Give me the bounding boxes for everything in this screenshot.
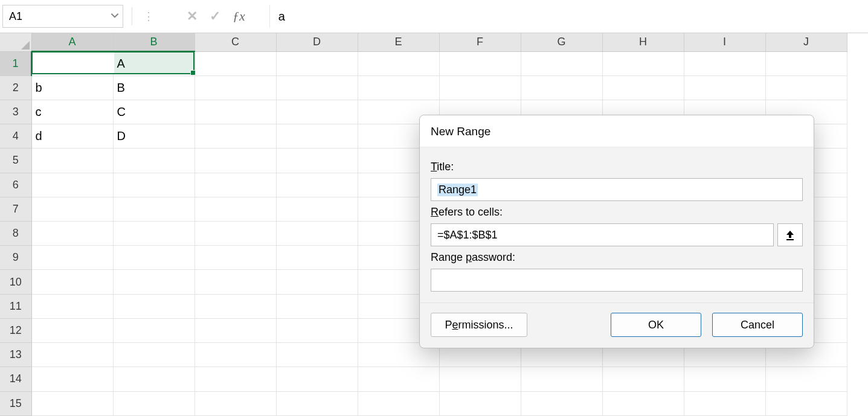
cell-B12[interactable] [113, 318, 194, 342]
cell-C3[interactable] [194, 100, 276, 124]
cell-D5[interactable] [276, 149, 358, 173]
options-dots-icon[interactable]: ⋮ [141, 10, 156, 23]
row-header-3[interactable]: 3 [0, 100, 31, 124]
cell-D1[interactable] [276, 51, 358, 75]
row-header-15[interactable]: 15 [0, 391, 31, 415]
cell-B1[interactable]: A [113, 51, 194, 75]
cell-A6[interactable] [31, 173, 113, 197]
cell-G2[interactable] [521, 75, 602, 100]
permissions-button[interactable]: Permissions... [431, 313, 527, 337]
ok-button[interactable]: OK [611, 313, 701, 337]
cell-J2[interactable] [765, 75, 847, 100]
select-all-corner[interactable] [0, 33, 31, 51]
cell-A15[interactable] [31, 391, 113, 415]
cell-J1[interactable] [765, 51, 847, 75]
col-header-H[interactable]: H [602, 33, 684, 51]
cell-B14[interactable] [113, 367, 194, 391]
row-header-10[interactable]: 10 [0, 270, 31, 294]
cell-B10[interactable] [113, 270, 194, 294]
cell-G15[interactable] [521, 391, 602, 415]
row-header-7[interactable]: 7 [0, 197, 31, 221]
cell-B2[interactable]: B [113, 75, 194, 100]
cell-C15[interactable] [194, 391, 276, 415]
cell-F2[interactable] [439, 75, 521, 100]
cell-D2[interactable] [276, 75, 358, 100]
cell-D3[interactable] [276, 100, 358, 124]
cell-F1[interactable] [439, 51, 521, 75]
cell-A4[interactable]: d [31, 124, 113, 149]
cell-F14[interactable] [439, 367, 521, 391]
cell-A9[interactable] [31, 246, 113, 270]
cell-H1[interactable] [602, 51, 684, 75]
row-header-5[interactable]: 5 [0, 149, 31, 173]
row-header-9[interactable]: 9 [0, 246, 31, 270]
col-header-J[interactable]: J [765, 33, 847, 51]
fx-icon[interactable]: ƒx [233, 8, 245, 24]
cell-D8[interactable] [276, 222, 358, 246]
col-header-B[interactable]: B [113, 33, 194, 51]
cell-C7[interactable] [194, 197, 276, 221]
cell-D15[interactable] [276, 391, 358, 415]
cell-A11[interactable] [31, 294, 113, 318]
cell-B13[interactable] [113, 343, 194, 367]
cell-D9[interactable] [276, 246, 358, 270]
cell-J14[interactable] [765, 367, 847, 391]
cell-H15[interactable] [602, 391, 684, 415]
cell-C5[interactable] [194, 149, 276, 173]
cell-I15[interactable] [684, 391, 765, 415]
cell-H2[interactable] [602, 75, 684, 100]
row-header-2[interactable]: 2 [0, 75, 31, 100]
cell-E2[interactable] [358, 75, 439, 100]
cell-B4[interactable]: D [113, 124, 194, 149]
collapse-dialog-button[interactable] [777, 223, 803, 246]
row-header-4[interactable]: 4 [0, 124, 31, 149]
cell-E15[interactable] [358, 391, 439, 415]
cell-J15[interactable] [765, 391, 847, 415]
cell-B3[interactable]: C [113, 100, 194, 124]
cell-H14[interactable] [602, 367, 684, 391]
cell-G14[interactable] [521, 367, 602, 391]
cell-C2[interactable] [194, 75, 276, 100]
cell-C9[interactable] [194, 246, 276, 270]
cell-E14[interactable] [358, 367, 439, 391]
cell-D12[interactable] [276, 318, 358, 342]
cell-B7[interactable] [113, 197, 194, 221]
dropdown-icon[interactable] [111, 10, 119, 23]
row-header-6[interactable]: 6 [0, 173, 31, 197]
row-header-11[interactable]: 11 [0, 294, 31, 318]
cell-B6[interactable] [113, 173, 194, 197]
cell-B8[interactable] [113, 222, 194, 246]
col-header-E[interactable]: E [358, 33, 439, 51]
cell-B15[interactable] [113, 391, 194, 415]
cell-G1[interactable] [521, 51, 602, 75]
password-input[interactable] [431, 269, 803, 292]
cell-A3[interactable]: c [31, 100, 113, 124]
cancel-button[interactable]: Cancel [712, 313, 803, 337]
cell-D4[interactable] [276, 124, 358, 149]
name-box[interactable]: A1 [2, 5, 123, 28]
cell-B5[interactable] [113, 149, 194, 173]
cell-A2[interactable]: b [31, 75, 113, 100]
cell-D13[interactable] [276, 343, 358, 367]
cell-I2[interactable] [684, 75, 765, 100]
row-header-13[interactable]: 13 [0, 343, 31, 367]
cell-I14[interactable] [684, 367, 765, 391]
refers-input[interactable]: =$A$1:$B$1 [431, 223, 774, 246]
cell-C1[interactable] [194, 51, 276, 75]
row-header-12[interactable]: 12 [0, 318, 31, 342]
cell-C13[interactable] [194, 343, 276, 367]
cell-A5[interactable] [31, 149, 113, 173]
col-header-D[interactable]: D [276, 33, 358, 51]
cell-D10[interactable] [276, 270, 358, 294]
row-header-14[interactable]: 14 [0, 367, 31, 391]
cell-C4[interactable] [194, 124, 276, 149]
formula-input[interactable]: a [269, 5, 868, 28]
cell-A10[interactable] [31, 270, 113, 294]
cell-C12[interactable] [194, 318, 276, 342]
cell-E1[interactable] [358, 51, 439, 75]
cell-D14[interactable] [276, 367, 358, 391]
cell-A12[interactable] [31, 318, 113, 342]
cell-A13[interactable] [31, 343, 113, 367]
cell-I1[interactable] [684, 51, 765, 75]
col-header-I[interactable]: I [684, 33, 765, 51]
